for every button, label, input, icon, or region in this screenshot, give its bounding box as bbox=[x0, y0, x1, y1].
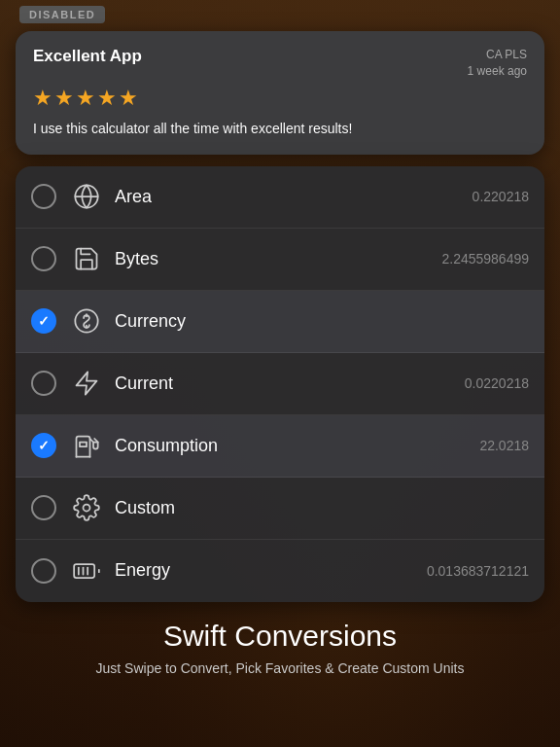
row-left-energy: Energy bbox=[31, 554, 427, 587]
list-row-bytes[interactable]: Bytes 2.2455986499 bbox=[16, 229, 544, 291]
icon-consumption bbox=[70, 429, 103, 462]
value-current: 0.0220218 bbox=[432, 375, 529, 391]
row-left-area: Area bbox=[31, 180, 432, 213]
review-meta-line2: 1 week ago bbox=[468, 63, 527, 80]
review-text: I use this calculator all the time with … bbox=[33, 119, 527, 139]
row-left-custom: Custom bbox=[31, 491, 432, 524]
value-consumption: 22.0218 bbox=[432, 438, 529, 453]
review-app-name: Excellent App bbox=[33, 47, 142, 66]
icon-currency bbox=[70, 304, 103, 338]
review-meta-line1: CA PLS bbox=[468, 47, 527, 63]
label-custom: Custom bbox=[115, 498, 175, 518]
label-area: Area bbox=[115, 187, 152, 207]
list-card: Area 0.220218 Bytes 2.2455986499 bbox=[16, 166, 544, 602]
app-title: Swift Conversions bbox=[96, 620, 465, 653]
svg-rect-7 bbox=[74, 564, 94, 578]
row-left-bytes: Bytes bbox=[31, 242, 432, 275]
review-card: Excellent App CA PLS 1 week ago ★★★★★ I … bbox=[16, 31, 544, 155]
radio-currency[interactable] bbox=[31, 308, 56, 334]
label-bytes: Bytes bbox=[115, 249, 158, 269]
radio-consumption[interactable] bbox=[31, 433, 56, 458]
list-row-area[interactable]: Area 0.220218 bbox=[16, 166, 544, 229]
radio-custom[interactable] bbox=[31, 495, 56, 520]
value-energy: 0.013683712121 bbox=[427, 563, 529, 579]
disabled-badge: DISABLED bbox=[19, 6, 105, 23]
page-container: DISABLED Excellent App CA PLS 1 week ago… bbox=[0, 0, 560, 747]
review-stars: ★★★★★ bbox=[33, 86, 527, 111]
value-bytes: 2.2455986499 bbox=[432, 251, 529, 267]
radio-bytes[interactable] bbox=[31, 246, 56, 271]
label-energy: Energy bbox=[115, 560, 170, 581]
label-current: Current bbox=[115, 374, 173, 394]
radio-energy[interactable] bbox=[31, 558, 56, 584]
radio-current[interactable] bbox=[31, 371, 56, 396]
svg-point-6 bbox=[84, 505, 90, 512]
value-area: 0.220218 bbox=[432, 189, 529, 204]
list-row-consumption[interactable]: Consumption 22.0218 bbox=[16, 415, 544, 478]
radio-area[interactable] bbox=[31, 184, 56, 209]
row-left-consumption: Consumption bbox=[31, 429, 432, 462]
icon-area bbox=[70, 180, 103, 213]
icon-custom bbox=[70, 491, 103, 524]
icon-current bbox=[70, 367, 103, 400]
svg-marker-3 bbox=[77, 372, 97, 394]
label-consumption: Consumption bbox=[115, 436, 218, 456]
list-row-current[interactable]: Current 0.0220218 bbox=[16, 353, 544, 415]
icon-energy bbox=[70, 554, 103, 587]
svg-rect-4 bbox=[80, 443, 87, 447]
bottom-section: Swift Conversions Just Swipe to Convert,… bbox=[77, 620, 484, 679]
label-currency: Currency bbox=[115, 311, 186, 332]
row-left-current: Current bbox=[31, 367, 432, 400]
app-subtitle: Just Swipe to Convert, Pick Favorites & … bbox=[96, 658, 465, 679]
row-left-currency: Currency bbox=[31, 304, 432, 338]
list-row-energy[interactable]: Energy 0.013683712121 bbox=[16, 540, 544, 602]
list-row-custom[interactable]: Custom bbox=[16, 478, 544, 540]
icon-bytes bbox=[70, 242, 103, 275]
review-header: Excellent App CA PLS 1 week ago bbox=[33, 47, 527, 80]
top-bar: DISABLED bbox=[0, 0, 560, 23]
review-meta: CA PLS 1 week ago bbox=[468, 47, 527, 80]
list-row-currency[interactable]: Currency bbox=[16, 291, 544, 353]
